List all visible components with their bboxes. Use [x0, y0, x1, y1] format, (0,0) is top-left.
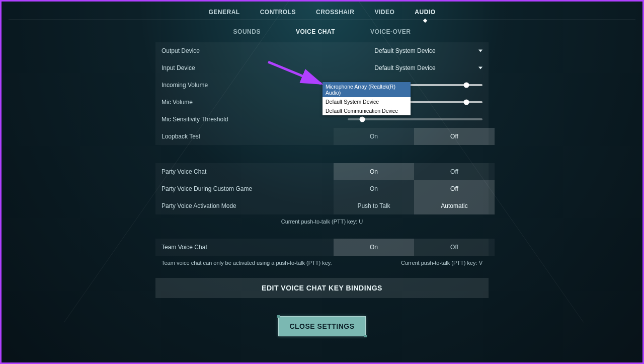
- chevron-down-icon: [478, 67, 482, 69]
- row-party-mode: Party Voice Activation Mode Push to Talk…: [155, 197, 489, 214]
- sub-tab-bar: SOUNDS VOICE CHAT VOICE-OVER: [2, 20, 642, 42]
- slider-thumb[interactable]: [360, 117, 365, 122]
- party-vc-on[interactable]: On: [334, 163, 414, 180]
- tab-crosshair[interactable]: CROSSHAIR: [316, 8, 355, 17]
- edit-bindings-button[interactable]: EDIT VOICE CHAT KEY BINDINGS: [155, 278, 489, 298]
- row-input-device[interactable]: Input Device Default System Device: [155, 59, 489, 77]
- row-party-vc: Party Voice Chat On Off: [155, 163, 489, 180]
- team-vc-off[interactable]: Off: [414, 239, 495, 256]
- party-mode-ptt[interactable]: Push to Talk: [334, 197, 414, 214]
- team-vc-on[interactable]: On: [334, 239, 414, 256]
- hint-team-ptt: Current push-to-talk (PTT) key: V: [401, 260, 482, 266]
- row-mic-volume: Mic Volume: [155, 94, 489, 111]
- row-team-vc: Team Voice Chat On Off: [155, 239, 489, 256]
- row-incoming-volume: Incoming Volume: [155, 77, 489, 94]
- row-mic-sensitivity: Mic Sensitivity Threshold: [155, 111, 489, 128]
- tab-video[interactable]: VIDEO: [375, 8, 395, 17]
- settings-panel: Output Device Default System Device Inpu…: [155, 42, 489, 214]
- label-party-custom: Party Voice During Custom Game: [162, 185, 334, 192]
- slider-thumb[interactable]: [463, 83, 469, 88]
- subtab-voice-chat[interactable]: VOICE CHAT: [296, 28, 335, 35]
- loopback-on[interactable]: On: [334, 128, 414, 145]
- tab-controls[interactable]: CONTROLS: [260, 8, 296, 17]
- dropdown-option[interactable]: Microphone Array (Realtek(R) Audio): [323, 82, 411, 97]
- slider-thumb[interactable]: [463, 100, 469, 105]
- party-vc-off[interactable]: Off: [414, 163, 495, 180]
- subtab-sounds[interactable]: SOUNDS: [233, 28, 261, 35]
- input-device-dropdown[interactable]: Microphone Array (Realtek(R) Audio) Defa…: [323, 82, 411, 115]
- chevron-down-icon: [478, 50, 482, 52]
- top-tab-bar: GENERAL CONTROLS CROSSHAIR VIDEO AUDIO: [2, 6, 642, 20]
- hint-team-note: Team voice chat can only be activated us…: [162, 260, 332, 266]
- close-settings-button[interactable]: CLOSE SETTINGS: [278, 316, 366, 336]
- row-party-custom: Party Voice During Custom Game On Off: [155, 180, 489, 197]
- party-mode-auto[interactable]: Automatic: [414, 197, 495, 214]
- dropdown-option[interactable]: Default System Device: [323, 97, 411, 106]
- label-mic-volume: Mic Volume: [162, 99, 328, 106]
- hint-party-ptt: Current push-to-talk (PTT) key: U: [155, 214, 489, 229]
- subtab-voice-over[interactable]: VOICE-OVER: [370, 28, 411, 35]
- tab-audio[interactable]: AUDIO: [415, 8, 435, 17]
- label-party-vc: Party Voice Chat: [162, 168, 334, 175]
- value-output-device: Default System Device: [328, 47, 482, 54]
- loopback-off[interactable]: Off: [414, 128, 495, 145]
- slider-mic-sensitivity[interactable]: [348, 118, 482, 120]
- label-output-device: Output Device: [162, 47, 328, 54]
- label-team-vc: Team Voice Chat: [162, 244, 334, 251]
- tab-general[interactable]: GENERAL: [208, 8, 239, 17]
- label-input-device: Input Device: [162, 64, 328, 71]
- row-output-device[interactable]: Output Device Default System Device: [155, 42, 489, 59]
- party-custom-off[interactable]: Off: [414, 180, 495, 197]
- row-loopback: Loopback Test On Off: [155, 128, 489, 145]
- party-custom-on[interactable]: On: [334, 180, 414, 197]
- dropdown-option[interactable]: Default Communication Device: [323, 106, 411, 115]
- label-party-mode: Party Voice Activation Mode: [162, 202, 334, 209]
- label-mic-sensitivity: Mic Sensitivity Threshold: [162, 116, 328, 123]
- value-input-device: Default System Device: [328, 64, 482, 71]
- label-incoming-volume: Incoming Volume: [162, 82, 328, 89]
- label-loopback: Loopback Test: [162, 133, 334, 140]
